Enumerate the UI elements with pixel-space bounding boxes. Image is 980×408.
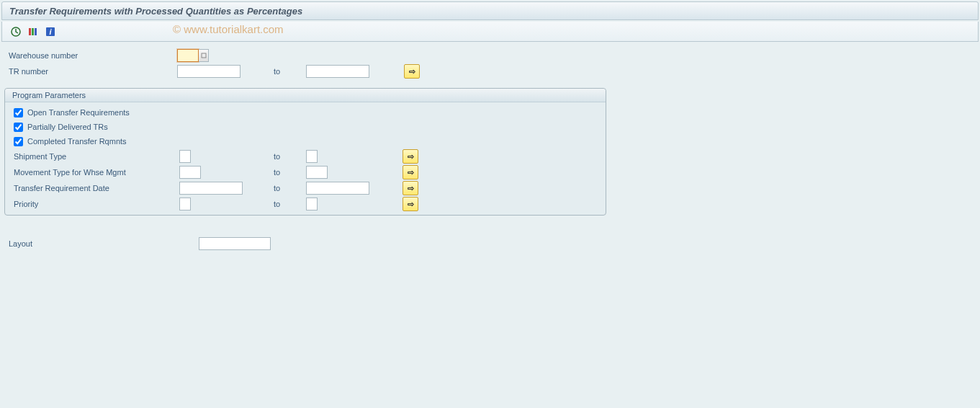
priority-multi-button[interactable]: ⇨ <box>403 197 418 211</box>
shipment-type-from-input[interactable] <box>179 150 191 163</box>
warehouse-number-label: Warehouse number <box>4 51 177 60</box>
svg-rect-3 <box>35 28 37 35</box>
layout-label: Layout <box>4 239 199 248</box>
variant-icon[interactable] <box>27 25 40 38</box>
arrow-right-icon: ⇨ <box>408 152 414 161</box>
arrow-right-icon: ⇨ <box>408 168 414 177</box>
tr-number-to-input[interactable] <box>306 65 369 78</box>
shipment-type-label: Shipment Type <box>14 152 179 161</box>
open-tr-checkbox[interactable] <box>14 108 23 117</box>
warehouse-number-input[interactable] <box>177 49 199 62</box>
svg-rect-2 <box>32 28 34 35</box>
completed-tr-label: Completed Transfer Rqmnts <box>27 137 127 146</box>
group-title: Program Parameters <box>5 89 606 102</box>
priority-to-input[interactable] <box>306 198 318 210</box>
arrow-right-icon: ⇨ <box>409 67 415 76</box>
tr-date-multi-button[interactable]: ⇨ <box>403 181 418 195</box>
tr-number-to-label: to <box>274 67 306 76</box>
tr-date-label: Transfer Requirement Date <box>14 184 179 192</box>
warehouse-number-f4-button[interactable] <box>199 49 209 62</box>
title-bar: Transfer Requirements with Processed Qua… <box>1 1 979 20</box>
tr-date-from-input[interactable] <box>179 182 243 195</box>
open-tr-row: Open Transfer Requirements <box>6 105 604 120</box>
layout-row: Layout <box>4 236 976 252</box>
movement-type-to-label: to <box>274 168 306 177</box>
tr-number-multi-button[interactable]: ⇨ <box>404 64 420 79</box>
tr-date-to-input[interactable] <box>306 182 369 195</box>
movement-type-to-input[interactable] <box>306 166 328 179</box>
program-parameters-group: Program Parameters Open Transfer Require… <box>4 88 606 216</box>
priority-row: Priority to ⇨ <box>6 196 604 212</box>
tr-number-label: TR number <box>4 67 177 76</box>
partial-tr-checkbox[interactable] <box>14 123 23 132</box>
toolbar: i <box>1 22 979 42</box>
arrow-right-icon: ⇨ <box>408 184 414 193</box>
svg-rect-1 <box>29 28 31 35</box>
shipment-type-to-label: to <box>274 152 306 161</box>
info-icon[interactable]: i <box>44 25 57 38</box>
content-area: Warehouse number TR number to ⇨ Program … <box>0 42 980 257</box>
partial-tr-label: Partially Delivered TRs <box>27 123 108 131</box>
completed-tr-checkbox[interactable] <box>14 137 23 146</box>
priority-to-label: to <box>274 200 306 208</box>
shipment-type-multi-button[interactable]: ⇨ <box>403 149 418 164</box>
group-content: Open Transfer Requirements Partially Del… <box>5 102 606 215</box>
priority-label: Priority <box>14 200 179 208</box>
movement-type-from-input[interactable] <box>179 166 201 179</box>
warehouse-number-row: Warehouse number <box>4 48 976 63</box>
shipment-type-to-input[interactable] <box>306 150 318 163</box>
tr-number-row: TR number to ⇨ <box>4 63 976 79</box>
page-title: Transfer Requirements with Processed Qua… <box>9 6 302 17</box>
tr-number-from-input[interactable] <box>177 65 240 78</box>
movement-type-label: Movement Type for Whse Mgmt <box>14 168 179 177</box>
execute-icon[interactable] <box>9 25 22 38</box>
tr-date-to-label: to <box>274 184 306 192</box>
partial-tr-row: Partially Delivered TRs <box>6 120 604 134</box>
tr-date-row: Transfer Requirement Date to ⇨ <box>6 180 604 196</box>
movement-type-row: Movement Type for Whse Mgmt to ⇨ <box>6 164 604 180</box>
movement-type-multi-button[interactable]: ⇨ <box>403 165 418 179</box>
open-tr-label: Open Transfer Requirements <box>27 108 130 117</box>
layout-input[interactable] <box>199 237 271 250</box>
arrow-right-icon: ⇨ <box>408 200 414 209</box>
priority-from-input[interactable] <box>179 198 191 210</box>
completed-tr-row: Completed Transfer Rqmnts <box>6 134 604 148</box>
svg-rect-6 <box>202 53 206 58</box>
shipment-type-row: Shipment Type to ⇨ <box>6 148 604 164</box>
